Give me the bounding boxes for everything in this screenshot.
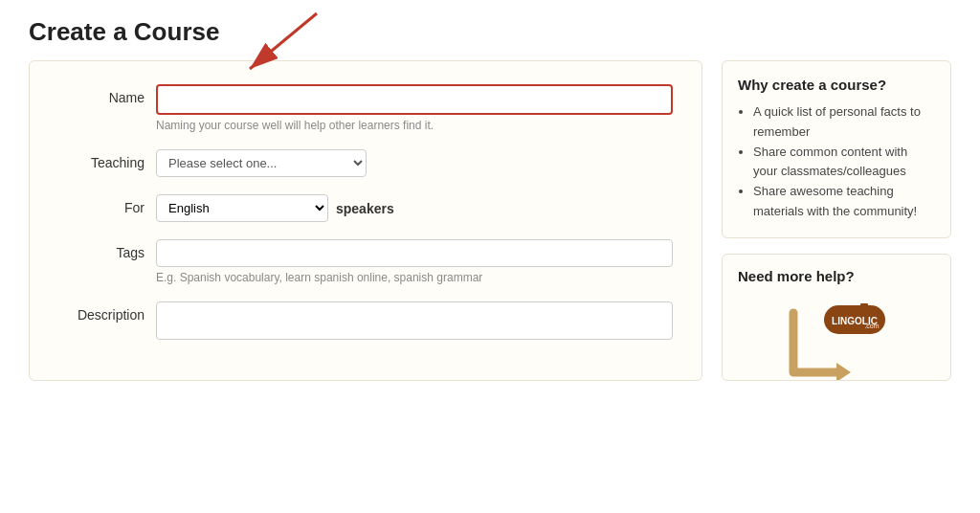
tags-row: Tags E.g. Spanish vocabulary, learn span… xyxy=(58,239,673,284)
for-select[interactable]: English Spanish French German Chinese xyxy=(156,194,328,222)
svg-text:.com: .com xyxy=(864,323,879,329)
why-item-2: Share common content with your classmate… xyxy=(753,143,935,183)
teaching-label: Teaching xyxy=(58,149,145,170)
lingolic-logo-svg: LINGOLIC .com xyxy=(784,303,889,380)
name-row: Name Naming your course well will help o… xyxy=(58,84,673,132)
name-control-wrap: Naming your course well will help other … xyxy=(156,84,673,132)
form-card: Name Naming your course well will help o… xyxy=(29,60,702,381)
description-control-wrap xyxy=(156,301,673,340)
sidebar: Why create a course? A quick list of per… xyxy=(722,60,951,381)
name-label: Name xyxy=(58,84,145,105)
tags-input[interactable] xyxy=(156,239,673,267)
page-title: Create a Course xyxy=(29,17,951,47)
for-label: For xyxy=(58,194,145,215)
content-area: Name Naming your course well will help o… xyxy=(29,60,951,381)
name-hint: Naming your course well will help other … xyxy=(156,119,673,132)
description-input[interactable] xyxy=(156,301,673,340)
name-input[interactable] xyxy=(156,84,673,115)
why-item-3: Share awesome teaching materials with th… xyxy=(753,182,935,222)
why-list: A quick list of personal facts to rememb… xyxy=(738,102,935,222)
tags-hint: E.g. Spanish vocabulary, learn spanish o… xyxy=(156,271,673,284)
description-label: Description xyxy=(58,301,145,323)
logo-container: LINGOLIC .com xyxy=(738,294,935,380)
teaching-control-wrap: Please select one... English Spanish Fre… xyxy=(156,149,673,177)
tags-label: Tags xyxy=(58,239,145,260)
lingolic-logo: LINGOLIC .com xyxy=(784,303,889,380)
need-help-section: Need more help? xyxy=(722,254,951,381)
page-wrapper: Create a Course Name xyxy=(0,0,980,398)
for-row: For English Spanish French German Chines… xyxy=(58,194,673,222)
need-help-title: Need more help? xyxy=(738,268,935,284)
for-control-wrap: English Spanish French German Chinese sp… xyxy=(156,194,673,222)
svg-marker-2 xyxy=(836,363,851,380)
speakers-label: speakers xyxy=(336,201,394,216)
why-section: Why create a course? A quick list of per… xyxy=(722,60,951,238)
tags-control-wrap: E.g. Spanish vocabulary, learn spanish o… xyxy=(156,239,673,284)
teaching-select[interactable]: Please select one... English Spanish Fre… xyxy=(156,149,367,177)
description-row: Description xyxy=(58,301,673,340)
for-row-inner: English Spanish French German Chinese sp… xyxy=(156,194,673,222)
why-title: Why create a course? xyxy=(738,77,935,93)
why-item-1: A quick list of personal facts to rememb… xyxy=(753,102,935,143)
teaching-row: Teaching Please select one... English Sp… xyxy=(58,149,673,177)
